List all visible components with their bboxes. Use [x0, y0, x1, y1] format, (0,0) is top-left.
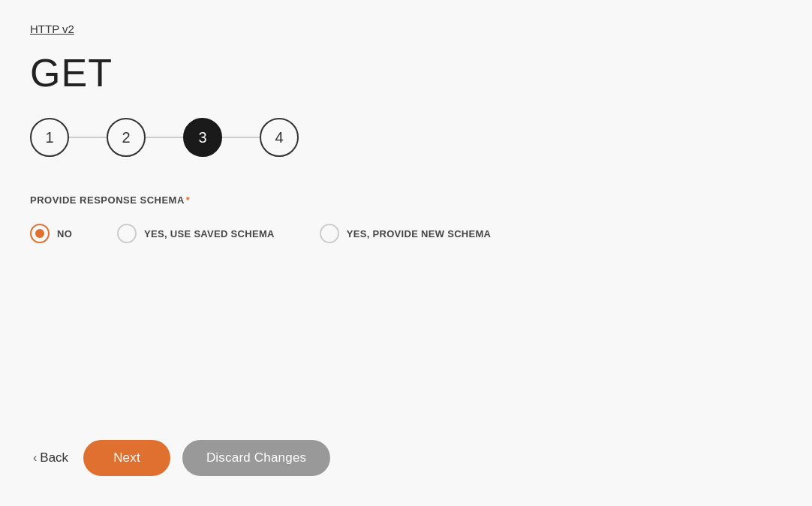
step-3[interactable]: 3 [183, 118, 222, 157]
breadcrumb-link[interactable]: HTTP v2 [30, 23, 74, 35]
next-button[interactable]: Next [83, 440, 170, 476]
step-connector-1 [69, 137, 107, 138]
step-2[interactable]: 2 [107, 118, 146, 157]
radio-label-no: NO [57, 228, 72, 239]
radio-option-no[interactable]: NO [30, 224, 72, 243]
radio-group: NO YES, USE SAVED SCHEMA YES, PROVIDE NE… [30, 224, 782, 243]
step-4[interactable]: 4 [260, 118, 299, 157]
back-button[interactable]: ‹ Back [30, 444, 71, 471]
required-asterisk: * [186, 194, 191, 206]
radio-dot-no [35, 229, 44, 238]
radio-label-yes-new: YES, PROVIDE NEW SCHEMA [347, 228, 492, 239]
discard-button[interactable]: Discard Changes [182, 440, 330, 476]
back-label: Back [40, 450, 68, 465]
section-label: PROVIDE RESPONSE SCHEMA* [30, 194, 782, 206]
page-title: GET [30, 50, 782, 95]
stepper: 1 2 3 4 [30, 118, 782, 157]
step-1[interactable]: 1 [30, 118, 69, 157]
step-connector-2 [146, 137, 183, 138]
step-connector-3 [222, 137, 260, 138]
radio-option-yes-saved[interactable]: YES, USE SAVED SCHEMA [117, 224, 275, 243]
radio-circle-yes-new[interactable] [320, 224, 339, 243]
back-chevron-icon: ‹ [33, 451, 37, 465]
radio-circle-no[interactable] [30, 224, 50, 243]
radio-option-yes-new[interactable]: YES, PROVIDE NEW SCHEMA [320, 224, 492, 243]
page-container: HTTP v2 GET 1 2 3 4 PROVIDE RESPONSE SCH… [0, 0, 812, 506]
radio-label-yes-saved: YES, USE SAVED SCHEMA [144, 228, 275, 239]
footer-actions: ‹ Back Next Discard Changes [30, 440, 330, 476]
radio-circle-yes-saved[interactable] [117, 224, 137, 243]
